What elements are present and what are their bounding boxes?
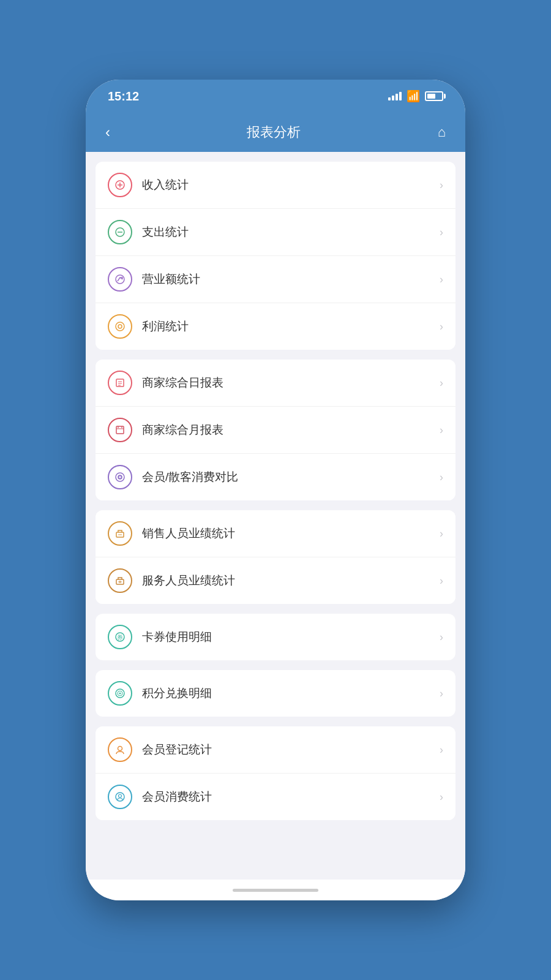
expense-icon <box>108 220 132 244</box>
list-item[interactable]: 积分兑换明细 › <box>96 670 455 717</box>
chevron-icon: › <box>440 471 443 484</box>
sales-perf-icon <box>108 521 132 546</box>
list-item[interactable]: 收入统计 › <box>96 162 455 209</box>
svg-point-5 <box>116 275 124 284</box>
svg-rect-18 <box>119 476 121 478</box>
page-title: 报表分析 <box>247 123 301 141</box>
svg-point-6 <box>116 322 124 331</box>
svg-point-30 <box>116 793 124 801</box>
monthly-report-icon <box>108 418 132 442</box>
chevron-icon: › <box>440 744 443 756</box>
signal-icon <box>388 92 402 100</box>
daily-report-label: 商家综合日报表 <box>142 375 440 391</box>
list-item[interactable]: 会员消费统计 › <box>96 774 455 820</box>
chevron-icon: › <box>440 687 443 700</box>
svg-point-29 <box>118 747 122 751</box>
list-item[interactable]: 营业额统计 › <box>96 256 455 303</box>
chevron-icon: › <box>440 424 443 437</box>
chevron-icon: › <box>440 273 443 286</box>
list-item[interactable]: 券 卡券使用明细 › <box>96 614 455 660</box>
list-item[interactable]: 支出统计 › <box>96 209 455 256</box>
group-statistics: 收入统计 › 支出统计 › 营业额统计 › 利 <box>96 162 455 350</box>
group-member: 会员登记统计 › 会员消费统计 › <box>96 726 455 820</box>
chevron-icon: › <box>440 527 443 540</box>
member-reg-label: 会员登记统计 <box>142 742 440 758</box>
profit-label: 利润统计 <box>142 318 440 334</box>
chevron-icon: › <box>440 320 443 333</box>
points-icon <box>108 681 132 706</box>
back-button[interactable]: ‹ <box>100 119 115 146</box>
phone-frame: 15:12 📶 ‹ 报表分析 ⌂ 收入统计 <box>86 80 465 900</box>
revenue-icon <box>108 267 132 292</box>
member-consume-icon <box>108 785 132 809</box>
income-icon <box>108 173 132 197</box>
expense-label: 支出统计 <box>142 224 440 240</box>
home-indicator-bar <box>233 889 318 892</box>
chevron-icon: › <box>440 226 443 239</box>
card-usage-label: 卡券使用明细 <box>142 629 440 645</box>
member-reg-icon <box>108 737 132 762</box>
member-compare-icon <box>108 465 132 489</box>
group-card-usage: 券 卡券使用明细 › <box>96 614 455 660</box>
status-time: 15:12 <box>108 89 139 104</box>
chevron-icon: › <box>440 377 443 390</box>
sales-perf-label: 销售人员业绩统计 <box>142 526 440 541</box>
list-item[interactable]: 商家综合月报表 › <box>96 407 455 454</box>
member-compare-label: 会员/散客消费对比 <box>142 469 440 485</box>
svg-rect-12 <box>116 426 124 434</box>
daily-report-icon <box>108 371 132 395</box>
home-indicator <box>86 880 465 900</box>
chevron-icon: › <box>440 791 443 804</box>
content-area: 收入统计 › 支出统计 › 营业额统计 › 利 <box>86 152 465 880</box>
status-icons: 📶 <box>388 89 443 103</box>
wifi-icon: 📶 <box>407 89 420 103</box>
card-usage-icon: 券 <box>108 625 132 649</box>
points-label: 积分兑换明细 <box>142 685 440 701</box>
list-item[interactable]: 销售人员业绩统计 › <box>96 510 455 557</box>
service-perf-label: 服务人员业绩统计 <box>142 573 440 589</box>
chevron-icon: › <box>440 575 443 587</box>
svg-point-7 <box>118 325 122 328</box>
battery-icon <box>425 91 443 101</box>
chevron-icon: › <box>440 179 443 192</box>
list-item[interactable]: 会员登记统计 › <box>96 726 455 774</box>
revenue-label: 营业额统计 <box>142 271 440 287</box>
home-button[interactable]: ⌂ <box>433 119 451 145</box>
svg-text:券: 券 <box>117 634 123 641</box>
service-perf-icon <box>108 568 132 593</box>
svg-point-28 <box>119 693 121 695</box>
list-item[interactable]: 商家综合日报表 › <box>96 360 455 407</box>
svg-point-31 <box>119 794 122 797</box>
group-reports: 商家综合日报表 › 商家综合月报表 › 会员/散客消费对比 › <box>96 360 455 500</box>
monthly-report-label: 商家综合月报表 <box>142 422 440 438</box>
svg-point-16 <box>116 473 124 481</box>
profit-icon <box>108 314 132 339</box>
list-item[interactable]: 服务人员业绩统计 › <box>96 557 455 604</box>
member-consume-label: 会员消费统计 <box>142 789 440 805</box>
nav-bar: ‹ 报表分析 ⌂ <box>86 113 465 152</box>
group-performance: 销售人员业绩统计 › 服务人员业绩统计 › <box>96 510 455 604</box>
list-item[interactable]: 利润统计 › <box>96 303 455 350</box>
list-item[interactable]: 会员/散客消费对比 › <box>96 454 455 500</box>
group-points: 积分兑换明细 › <box>96 670 455 717</box>
income-label: 收入统计 <box>142 177 440 193</box>
chevron-icon: › <box>440 631 443 644</box>
status-bar: 15:12 📶 <box>86 80 465 113</box>
